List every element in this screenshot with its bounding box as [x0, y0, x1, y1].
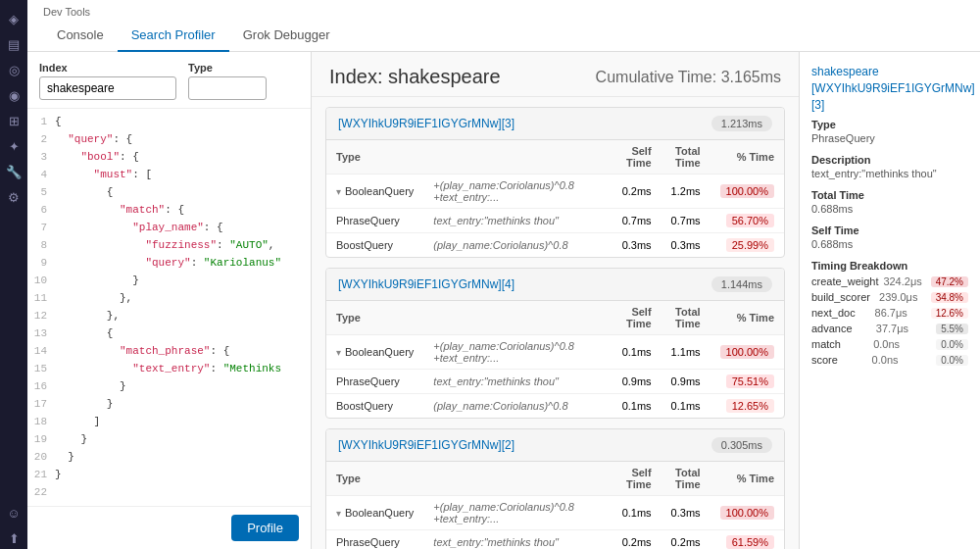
sidebar-icon-home[interactable]: ◈	[3, 8, 24, 29]
shard-header-3[interactable]: [WXYIhkU9R9iEF1IGYGrMNw][3] 1.213ms	[326, 108, 784, 140]
query-total-time: 0.9ms	[662, 370, 710, 394]
index-input[interactable]	[39, 76, 176, 100]
query-desc: text_entry:"methinks thou"	[423, 530, 612, 550]
detail-self-section: Self Time 0.688ms	[811, 225, 968, 250]
timing-val: 37.7μs	[876, 323, 908, 334]
query-type: ▾BooleanQuery	[326, 335, 423, 370]
query-self-time: 0.1ms	[612, 335, 662, 370]
detail-self-label: Self Time	[811, 225, 968, 236]
query-self-time: 0.2ms	[612, 175, 662, 209]
shard-id-4: [WXYIhkU9R9iEF1IGYGrMNw][4]	[338, 277, 514, 291]
timing-val: 0.0ns	[872, 354, 899, 366]
col-type: Type	[326, 462, 423, 496]
sidebar-icon-star[interactable]: ✦	[3, 135, 24, 157]
query-desc: (play_name:Coriolanus)^0.8	[423, 394, 612, 419]
type-label: Type	[188, 62, 267, 74]
type-input[interactable]	[188, 76, 267, 100]
shard-header-4[interactable]: [WXYIhkU9R9iEF1IGYGrMNw][4] 1.144ms	[326, 269, 784, 301]
col-self: SelfTime	[612, 140, 662, 175]
sidebar: ◈ ▤ ◎ ◉ ⊞ ✦ 🔧 ⚙ ☺ ⬆	[0, 0, 27, 549]
timing-val: 0.0ns	[873, 338, 900, 350]
tab-console[interactable]: Console	[43, 20, 118, 52]
query-pct: 25.99%	[710, 233, 784, 258]
query-type: PhraseQuery	[326, 370, 423, 394]
sidebar-icon-list[interactable]: ▤	[3, 33, 24, 55]
shard-time-3: 1.213ms	[711, 116, 772, 131]
sidebar-icon-upload[interactable]: ⬆	[3, 527, 24, 549]
shard-header-2[interactable]: [WXYIhkU9R9iEF1IGYGrMNw][2] 0.305ms	[326, 429, 784, 462]
timing-name: match	[811, 338, 841, 350]
table-row[interactable]: BoostQuery (play_name:Coriolanus)^0.8 0.…	[326, 394, 784, 419]
table-row[interactable]: ▾BooleanQuery +(play_name:Coriolanus)^0.…	[326, 496, 784, 530]
left-panel: Index Type 1{ 2 "query": { 3 "bool": { 4…	[27, 52, 312, 549]
detail-type-label: Type	[811, 119, 968, 130]
query-self-time: 0.7ms	[612, 209, 662, 233]
col-desc	[423, 140, 612, 175]
tab-bar: Console Search Profiler Grok Debugger	[43, 20, 964, 51]
timing-name: advance	[811, 323, 853, 334]
query-pct: 56.70%	[710, 209, 784, 233]
shard-section-4: [WXYIhkU9R9iEF1IGYGrMNw][4] 1.144ms Type…	[325, 268, 785, 419]
table-row[interactable]: ▾BooleanQuery +(play_name:Coriolanus)^0.…	[326, 335, 784, 370]
table-row[interactable]: BoostQuery (play_name:Coriolanus)^0.8 0.…	[326, 233, 784, 258]
col-desc	[423, 462, 612, 496]
sidebar-icon-user[interactable]: ☺	[3, 502, 24, 524]
tab-search-profiler[interactable]: Search Profiler	[118, 20, 229, 52]
query-desc: +(play_name:Coriolanus)^0.8 +text_entry:…	[423, 175, 612, 209]
query-total-time: 0.2ms	[662, 530, 710, 550]
index-header: Index: shakespeare Cumulative Time: 3.16…	[312, 52, 799, 97]
table-row[interactable]: ▾BooleanQuery +(play_name:Coriolanus)^0.…	[326, 175, 784, 209]
detail-desc-label: Description	[811, 154, 968, 166]
timing-row-next-doc: next_doc 86.7μs 12.6%	[811, 305, 968, 321]
table-row[interactable]: PhraseQuery text_entry:"methinks thou" 0…	[326, 209, 784, 233]
query-table-3: Type SelfTime TotalTime % Time ▾BooleanQ…	[326, 140, 784, 257]
query-pct: 100.00%	[710, 335, 784, 370]
table-row[interactable]: PhraseQuery text_entry:"methinks thou" 0…	[326, 530, 784, 550]
query-pct: 61.59%	[710, 530, 784, 550]
profile-button[interactable]: Profile	[231, 515, 299, 541]
detail-total-section: Total Time 0.688ms	[811, 189, 968, 215]
query-type: ▾BooleanQuery	[326, 496, 423, 530]
query-self-time: 0.2ms	[612, 530, 662, 550]
detail-shard: shakespeare[WXYIhkU9R9iEF1IGYGrMNw][3]	[811, 64, 968, 113]
timing-pct: 12.6%	[931, 308, 968, 319]
center-panel: Index: shakespeare Cumulative Time: 3.16…	[312, 52, 799, 549]
timing-row-advance: advance 37.7μs 5.5%	[811, 321, 968, 336]
timing-breakdown-section: Timing Breakdown create_weight 324.2μs 4…	[811, 260, 968, 368]
sidebar-icon-grid[interactable]: ⊞	[3, 110, 24, 131]
query-desc: text_entry:"methinks thou"	[423, 370, 612, 394]
query-self-time: 0.1ms	[612, 496, 662, 530]
query-desc: +(play_name:Coriolanus)^0.8 +text_entry:…	[423, 496, 612, 530]
timing-breakdown-label: Timing Breakdown	[811, 260, 968, 272]
sidebar-icon-dot[interactable]: ◉	[3, 84, 24, 106]
timing-pct: 0.0%	[936, 339, 968, 350]
query-self-time: 0.9ms	[612, 370, 662, 394]
detail-type-section: Type PhraseQuery	[811, 119, 968, 144]
sidebar-icon-wrench[interactable]: ⚙	[3, 186, 24, 208]
right-panel: shakespeare[WXYIhkU9R9iEF1IGYGrMNw][3] T…	[799, 52, 980, 549]
tab-grok-debugger[interactable]: Grok Debugger	[229, 20, 344, 52]
app-title: Dev Tools	[43, 0, 964, 20]
query-total-time: 0.3ms	[662, 496, 710, 530]
timing-pct: 0.0%	[936, 355, 968, 366]
query-self-time: 0.3ms	[612, 233, 662, 258]
detail-desc-value: text_entry:"methinks thou"	[811, 168, 968, 179]
query-type: PhraseQuery	[326, 209, 423, 233]
sidebar-icon-tools[interactable]: 🔧	[3, 161, 24, 182]
timing-name: score	[811, 354, 838, 366]
timing-name: next_doc	[811, 307, 856, 319]
content-body: Index Type 1{ 2 "query": { 3 "bool": { 4…	[27, 52, 980, 549]
timing-pct: 34.8%	[931, 292, 968, 303]
timing-val: 324.2μs	[883, 275, 921, 287]
table-row[interactable]: PhraseQuery text_entry:"methinks thou" 0…	[326, 370, 784, 394]
detail-total-label: Total Time	[811, 189, 968, 201]
sidebar-icon-circle[interactable]: ◎	[3, 59, 24, 80]
code-editor[interactable]: 1{ 2 "query": { 3 "bool": { 4 "must": [ …	[27, 109, 311, 506]
detail-desc-section: Description text_entry:"methinks thou"	[811, 154, 968, 179]
topbar: Dev Tools Console Search Profiler Grok D…	[27, 0, 980, 52]
col-pct: % Time	[710, 301, 784, 335]
query-type: ▾BooleanQuery	[326, 175, 423, 209]
timing-pct: 5.5%	[936, 324, 968, 334]
query-total-time: 1.2ms	[662, 175, 710, 209]
query-pct: 12.65%	[710, 394, 784, 419]
